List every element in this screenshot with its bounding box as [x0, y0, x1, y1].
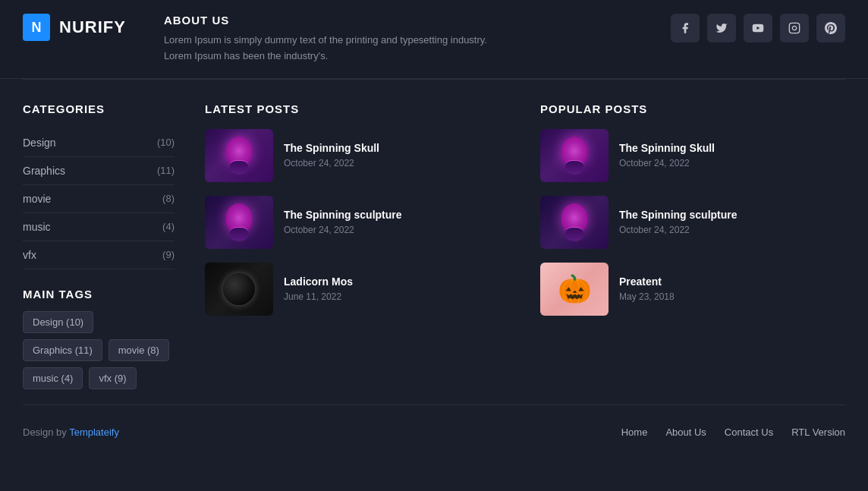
- category-name: vfx: [23, 249, 36, 261]
- footer-home[interactable]: Home: [621, 426, 648, 438]
- footer-rtl[interactable]: RTL Version: [791, 426, 845, 438]
- footer-nav: Home About Us Contact Us RTL Version: [621, 426, 845, 438]
- social-icons: [671, 14, 845, 42]
- about-title: ABOUT US: [164, 14, 513, 27]
- post-info-3: Ladicorn Mos June 11, 2022: [284, 275, 510, 302]
- category-count: (11): [157, 165, 175, 176]
- popular-post-info-3: Preatent May 23, 2018: [619, 275, 845, 302]
- popular-thumbnail-skull-1: [540, 129, 609, 182]
- post-date-3: June 11, 2022: [284, 291, 510, 302]
- post-thumbnail-skull-2: [205, 196, 273, 249]
- instagram-icon[interactable]: [780, 14, 809, 42]
- category-count: (10): [157, 137, 175, 148]
- post-date-2: October 24, 2022: [284, 225, 510, 235]
- youtube-icon[interactable]: [744, 14, 772, 42]
- category-count: (9): [162, 249, 175, 260]
- logo-text: NURIFY: [59, 17, 126, 37]
- tags-container: Design (10) Graphics (11) movie (8) musi…: [23, 311, 175, 389]
- main-tags-title: MAIN TAGS: [23, 288, 175, 301]
- footer: Design by Templateify Home About Us Cont…: [0, 413, 868, 452]
- post-title-2[interactable]: The Spinning sculpture: [284, 209, 510, 221]
- popular-post-info-1: The Spinning Skull October 24, 2022: [619, 142, 845, 168]
- latest-post-3: Ladicorn Mos June 11, 2022: [205, 263, 510, 316]
- templateify-link[interactable]: Templateify: [69, 426, 119, 438]
- logo-area: N NURIFY: [23, 14, 126, 41]
- tag-vfx[interactable]: vfx (9): [89, 367, 136, 389]
- category-name: music: [23, 221, 51, 233]
- pinterest-icon[interactable]: [816, 14, 845, 42]
- popular-post-info-2: The Spinning sculpture October 24, 2022: [619, 209, 845, 235]
- popular-post-3: Preatent May 23, 2018: [540, 263, 845, 316]
- post-thumbnail-skull-1: [205, 129, 273, 182]
- post-thumbnail-sphere: [205, 263, 273, 316]
- top-bar: N NURIFY ABOUT US Lorem Ipsum is simply …: [0, 0, 868, 79]
- facebook-icon[interactable]: [671, 14, 700, 42]
- about-desc: Lorem Ipsum is simply dummy text of the …: [164, 33, 513, 65]
- footer-contact-us[interactable]: Contact Us: [725, 426, 773, 438]
- popular-thumbnail-skull-2: [540, 196, 609, 249]
- tag-design[interactable]: Design (10): [23, 311, 93, 333]
- category-vfx[interactable]: vfx (9): [23, 241, 175, 269]
- popular-post-title-1[interactable]: The Spinning Skull: [619, 142, 845, 154]
- post-title-3[interactable]: Ladicorn Mos: [284, 275, 510, 288]
- category-music[interactable]: music (4): [23, 213, 175, 241]
- post-date-1: October 24, 2022: [284, 158, 510, 168]
- main-content: CATEGORIES Design (10) Graphics (11) mov…: [0, 80, 868, 404]
- latest-post-2: The Spinning sculpture October 24, 2022: [205, 196, 510, 249]
- popular-post-2: The Spinning sculpture October 24, 2022: [540, 196, 845, 249]
- popular-thumbnail-pumpkin: [540, 263, 609, 316]
- popular-post-date-1: October 24, 2022: [619, 158, 845, 168]
- popular-post-date-2: October 24, 2022: [619, 225, 845, 235]
- popular-post-title-2[interactable]: The Spinning sculpture: [619, 209, 845, 221]
- about-section: ABOUT US Lorem Ipsum is simply dummy tex…: [164, 14, 513, 65]
- tag-graphics[interactable]: Graphics (11): [23, 339, 102, 361]
- category-count: (8): [162, 193, 175, 204]
- latest-post-1: The Spinning Skull October 24, 2022: [205, 129, 510, 182]
- category-name: Design: [23, 137, 56, 149]
- post-info-2: The Spinning sculpture October 24, 2022: [284, 209, 510, 235]
- post-info-1: The Spinning Skull October 24, 2022: [284, 142, 510, 168]
- popular-post-1: The Spinning Skull October 24, 2022: [540, 129, 845, 182]
- popular-posts-title: POPULAR POSTS: [540, 102, 845, 115]
- categories-title: CATEGORIES: [23, 102, 175, 115]
- svg-rect-1: [789, 23, 799, 33]
- latest-posts-column: LATEST POSTS The Spinning Skull October …: [205, 102, 510, 389]
- twitter-icon[interactable]: [707, 14, 736, 42]
- category-graphics[interactable]: Graphics (11): [23, 157, 175, 185]
- tag-music[interactable]: music (4): [23, 367, 83, 389]
- footer-left: Design by Templateify: [23, 426, 119, 438]
- popular-posts-column: POPULAR POSTS The Spinning Skull October…: [540, 102, 845, 389]
- popular-post-date-3: May 23, 2018: [619, 291, 845, 302]
- footer-divider: [23, 404, 845, 405]
- categories-column: CATEGORIES Design (10) Graphics (11) mov…: [23, 102, 175, 389]
- category-count: (4): [162, 221, 175, 232]
- footer-about-us[interactable]: About Us: [665, 426, 706, 438]
- category-movie[interactable]: movie (8): [23, 185, 175, 213]
- category-name: movie: [23, 193, 51, 205]
- category-name: Graphics: [23, 165, 65, 177]
- category-design[interactable]: Design (10): [23, 129, 175, 157]
- logo-icon: N: [23, 14, 50, 41]
- post-title-1[interactable]: The Spinning Skull: [284, 142, 510, 154]
- latest-posts-title: LATEST POSTS: [205, 102, 510, 115]
- tag-movie[interactable]: movie (8): [108, 339, 169, 361]
- design-by-text: Design by: [23, 426, 69, 438]
- popular-post-title-3[interactable]: Preatent: [619, 275, 845, 288]
